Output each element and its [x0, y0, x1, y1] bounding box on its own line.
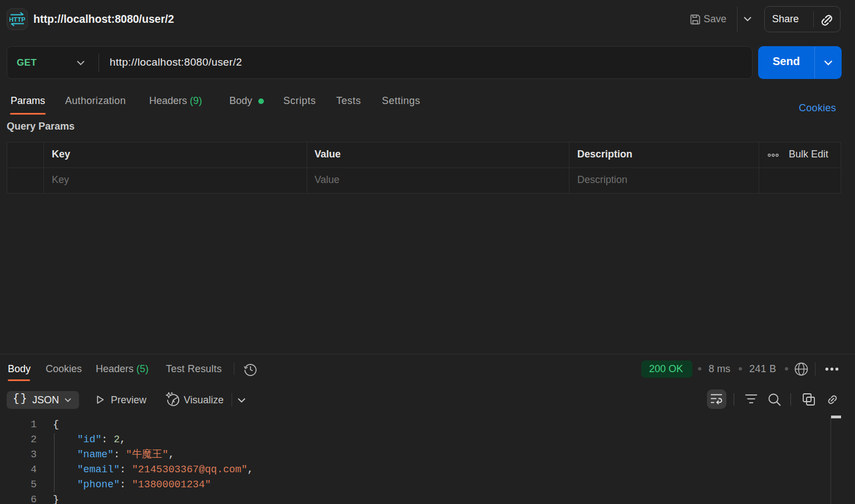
- svg-text:HTTP: HTTP: [9, 16, 25, 23]
